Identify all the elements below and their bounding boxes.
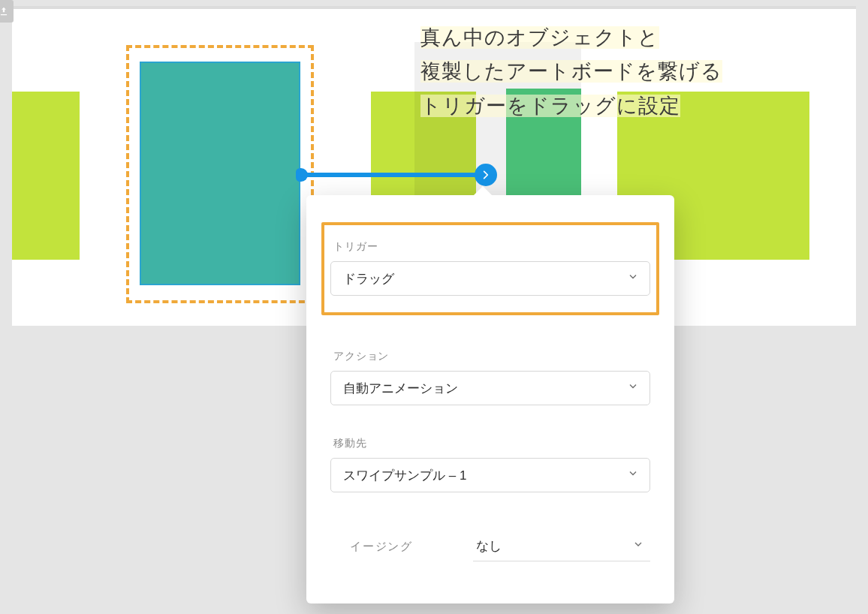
action-value: 自動アニメーション	[343, 380, 458, 397]
green-block-left[interactable]	[12, 92, 80, 260]
easing-label: イージング	[330, 540, 473, 554]
selected-center-object[interactable]	[140, 62, 300, 285]
destination-label: 移動先	[333, 437, 650, 450]
canvas-stage: 真ん中のオブジェクトと 複製したアートボードを繋げる トリガーをドラッグに設定 …	[0, 0, 868, 614]
prototype-connector[interactable]	[300, 173, 479, 177]
annotation-line-3: トリガーをドラッグに設定	[420, 95, 680, 117]
chevron-down-icon	[627, 381, 639, 396]
annotation-line-2: 複製したアートボードを繋げる	[420, 60, 722, 83]
destination-value: スワイプサンプル – 1	[343, 467, 466, 484]
trigger-value: ドラッグ	[343, 270, 394, 287]
easing-dropdown[interactable]: なし	[473, 531, 650, 561]
annotation-line-1: 真ん中のオブジェクトと	[420, 26, 659, 49]
trigger-dropdown[interactable]: ドラッグ	[330, 261, 650, 296]
action-label: アクション	[333, 350, 650, 363]
connector-arrow-icon[interactable]	[475, 164, 497, 186]
destination-dropdown[interactable]: スワイプサンプル – 1	[330, 458, 650, 492]
chevron-down-icon	[627, 271, 639, 287]
chevron-down-icon	[632, 538, 644, 554]
easing-value: なし	[476, 537, 502, 555]
interaction-popover: トリガー ドラッグ アクション 自動アニメーション 移動先 スワイプサンプル –…	[306, 195, 674, 603]
trigger-label: トリガー	[333, 240, 650, 254]
action-dropdown[interactable]: 自動アニメーション	[330, 371, 650, 405]
annotation-text: 真ん中のオブジェクトと 複製したアートボードを繋げる トリガーをドラッグに設定	[420, 21, 778, 123]
chevron-down-icon	[627, 468, 639, 483]
upload-icon[interactable]	[0, 0, 14, 23]
